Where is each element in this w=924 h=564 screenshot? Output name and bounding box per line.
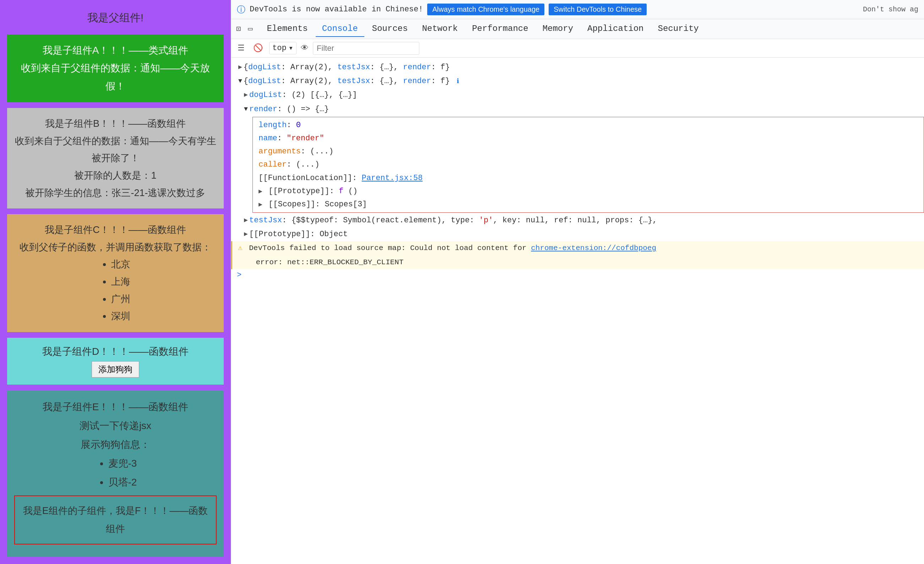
child-e-dog-label: 展示狗狗信息： (14, 435, 217, 454)
child-b-line3: 被开除学生的信息：张三-21-逃课次数过多 (14, 184, 217, 202)
info-circle-icon: ⓘ (237, 4, 245, 15)
warning-line: ⚠ DevTools failed to load source map: Co… (231, 241, 924, 255)
filter-input[interactable] (313, 42, 419, 55)
add-dog-button[interactable]: 添加狗狗 (92, 361, 139, 378)
tab-performance[interactable]: Performance (465, 21, 534, 37)
tab-elements[interactable]: Elements (261, 21, 314, 37)
sidebar-toggle-icon[interactable]: ☰ (236, 43, 247, 54)
child-e-title: 我是子组件E！！！——函数组件 (14, 398, 217, 416)
city-item: 广州 (111, 291, 130, 308)
console-line: ▶ testJsx: {$$typeof: Symbol(react.eleme… (231, 213, 924, 227)
child-b-title: 我是子组件B！！！——函数组件 (14, 115, 217, 132)
match-chrome-language-button[interactable]: Always match Chrome's language (427, 3, 544, 15)
expand-icon[interactable]: ▼ (238, 76, 242, 86)
tab-icons: ⊡ ▭ (234, 23, 255, 35)
expand-icon[interactable]: ▼ (244, 104, 248, 114)
render-scopes: ▶ [[Scopes]]: Scopes[3] (253, 198, 924, 211)
console-line: ▼ {dogList: Array(2), testJsx: {…}, rend… (231, 74, 924, 88)
dog-item: 麦兜-3 (108, 454, 137, 473)
dog-item: 贝塔-2 (108, 473, 137, 492)
tab-memory[interactable]: Memory (536, 21, 579, 37)
left-panel: 我是父组件! 我是子组件A！！！——类式组件 收到来自于父组件的数据：通知——今… (0, 0, 231, 564)
dog-list: 麦兜-3 贝塔-2 (94, 454, 137, 492)
console-line: ▶ dogList: (2) [{…}, {…}] (231, 88, 924, 102)
devtools-panel: ⓘ DevTools is now available in Chinese! … (231, 0, 924, 564)
devtools-tabs-bar: ⊡ ▭ Elements Console Sources Network Per… (231, 19, 924, 39)
dont-show-button[interactable]: Don't show ag (863, 5, 918, 14)
console-output: ▶ {dogList: Array(2), testJsx: {…}, rend… (231, 57, 924, 564)
expand-icon[interactable]: ▶ (238, 62, 242, 72)
city-item: 深圳 (111, 308, 130, 325)
parent-title: 我是父组件! (7, 7, 224, 29)
child-a-subtitle: 收到来自于父组件的数据：通知——今天放假！ (14, 59, 217, 95)
child-c-subtitle: 收到父传子的函数，并调用函数获取了数据： (14, 238, 217, 256)
function-location-link[interactable]: Parent.jsx:58 (362, 174, 423, 183)
warning-link[interactable]: chrome-extension://cofdbpoeg (531, 244, 656, 252)
notification-text: DevTools is now available in Chinese! (250, 5, 423, 14)
console-entry: dogList: (2) [{…}, {…}] (249, 89, 357, 101)
child-a-title: 我是子组件A！！！——类式组件 (14, 42, 217, 59)
console-prompt[interactable]: > (231, 269, 924, 281)
console-entry: {dogList: Array(2), testJsx: {…}, render… (244, 75, 459, 87)
eye-icon[interactable]: 👁 (301, 44, 309, 53)
warning-icon: ⚠ (238, 244, 243, 252)
render-function-location: [[FunctionLocation]]: Parent.jsx:58 (253, 171, 924, 184)
warning-text: DevTools failed to load source map: Coul… (249, 244, 531, 252)
chevron-down-icon: ▾ (289, 44, 293, 53)
child-f: 我是E组件的子组件，我是F！！！——函数组件 (14, 495, 217, 545)
child-a: 我是子组件A！！！——类式组件 收到来自于父组件的数据：通知——今天放假！ (7, 34, 224, 102)
expand-icon[interactable]: ▶ (258, 188, 262, 195)
city-list: 北京 上海 广州 深圳 (100, 256, 130, 325)
console-line: ▶ [[Prototype]]: Object (231, 227, 924, 241)
expand-icon[interactable]: ▶ (244, 229, 248, 239)
child-c: 我是子组件C！！！——函数组件 收到父传子的函数，并调用函数获取了数据： 北京 … (7, 214, 224, 332)
clear-console-icon[interactable]: 🚫 (251, 43, 265, 54)
console-entry: testJsx: {$$typeof: Symbol(react.element… (249, 214, 657, 226)
console-line: ▼ render: () => {…} (231, 102, 924, 116)
expand-icon[interactable]: ▶ (258, 201, 262, 208)
render-arguments: arguments: (...) (253, 145, 924, 158)
warning-text-2: error: net::ERR_BLOCKED_BY_CLIENT (256, 258, 404, 266)
expand-icon[interactable]: ▶ (244, 90, 248, 100)
child-b: 我是子组件B！！！——函数组件 收到来自于父组件的数据：通知——今天有学生被开除… (7, 108, 224, 208)
render-prototype: ▶ [[Prototype]]: f () (253, 184, 924, 198)
context-label: top (272, 44, 286, 52)
console-line: ▶ {dogList: Array(2), testJsx: {…}, rend… (231, 60, 924, 74)
child-e: 我是子组件E！！！——函数组件 测试一下传递jsx 展示狗狗信息： 麦兜-3 贝… (7, 390, 224, 557)
child-d-title: 我是子组件D！！！——函数组件 (14, 345, 217, 358)
child-e-test-jsx: 测试一下传递jsx (14, 416, 217, 435)
devtools-notification: ⓘ DevTools is now available in Chinese! … (231, 0, 924, 19)
expanded-render-block: length: 0 name: "render" arguments: (...… (252, 117, 924, 213)
render-name: name: "render" (253, 132, 924, 145)
expand-icon[interactable]: ▶ (244, 215, 248, 225)
switch-to-chinese-button[interactable]: Switch DevTools to Chinese (549, 3, 646, 15)
console-entry: {dogList: Array(2), testJsx: {…}, render… (244, 61, 450, 74)
city-item: 上海 (111, 273, 130, 291)
console-entry: render: () => {…} (249, 103, 329, 116)
device-icon[interactable]: ▭ (246, 23, 255, 35)
warning-line-2: error: net::ERR_BLOCKED_BY_CLIENT (231, 255, 924, 270)
render-length: length: 0 (253, 118, 924, 132)
render-caller: caller: (...) (253, 158, 924, 171)
tab-console[interactable]: Console (316, 21, 364, 37)
tab-application[interactable]: Application (581, 21, 650, 37)
inspect-icon[interactable]: ⊡ (234, 23, 243, 35)
child-d: 我是子组件D！！！——函数组件 添加狗狗 (7, 338, 224, 385)
tab-network[interactable]: Network (416, 21, 464, 37)
child-c-title: 我是子组件C！！！——函数组件 (14, 221, 217, 238)
city-item: 北京 (111, 256, 130, 273)
console-toolbar: ☰ 🚫 top ▾ 👁 (231, 39, 924, 57)
tab-sources[interactable]: Sources (366, 21, 414, 37)
child-b-line1: 收到来自于父组件的数据：通知——今天有学生被开除了！ (14, 132, 217, 167)
tab-security[interactable]: Security (652, 21, 705, 37)
context-selector[interactable]: top ▾ (269, 42, 297, 54)
console-entry: [[Prototype]]: Object (249, 228, 348, 240)
child-b-line2: 被开除的人数是：1 (14, 167, 217, 184)
